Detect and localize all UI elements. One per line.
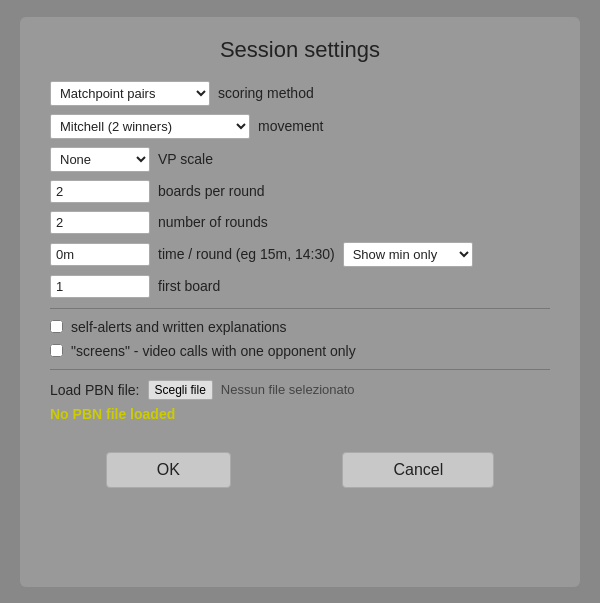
screens-row: "screens" - video calls with one opponen…	[50, 343, 550, 359]
no-pbn-message: No PBN file loaded	[50, 406, 550, 422]
movement-label: movement	[258, 118, 323, 134]
vp-scale-select[interactable]: None WBF 10 WBF 20	[50, 147, 150, 172]
first-board-input[interactable]	[50, 275, 150, 298]
ok-button[interactable]: OK	[106, 452, 231, 488]
boards-per-round-label: boards per round	[158, 183, 265, 199]
time-per-round-row: time / round (eg 15m, 14:30) Show min on…	[50, 242, 550, 267]
self-alerts-row: self-alerts and written explanations	[50, 319, 550, 335]
dialog-title: Session settings	[50, 37, 550, 63]
cancel-button[interactable]: Cancel	[342, 452, 494, 488]
divider-1	[50, 308, 550, 309]
boards-per-round-row: boards per round	[50, 180, 550, 203]
time-per-round-label: time / round (eg 15m, 14:30)	[158, 246, 335, 262]
load-pbn-row: Load PBN file: Scegli file Nessun file s…	[50, 380, 550, 400]
show-min-select[interactable]: Show min only Show all	[343, 242, 473, 267]
vp-scale-label: VP scale	[158, 151, 213, 167]
session-settings-dialog: Session settings Matchpoint pairs IMPs B…	[20, 17, 580, 587]
boards-per-round-input[interactable]	[50, 180, 150, 203]
self-alerts-checkbox[interactable]	[50, 320, 63, 333]
first-board-row: first board	[50, 275, 550, 298]
num-rounds-row: number of rounds	[50, 211, 550, 234]
screens-checkbox[interactable]	[50, 344, 63, 357]
button-row: OK Cancel	[50, 452, 550, 488]
movement-row: Mitchell (2 winners) Howell Teams moveme…	[50, 114, 550, 139]
first-board-label: first board	[158, 278, 220, 294]
no-file-selected-text: Nessun file selezionato	[221, 382, 355, 397]
self-alerts-label: self-alerts and written explanations	[71, 319, 287, 335]
num-rounds-label: number of rounds	[158, 214, 268, 230]
scoring-method-select[interactable]: Matchpoint pairs IMPs Butler	[50, 81, 210, 106]
time-per-round-input[interactable]	[50, 243, 150, 266]
divider-2	[50, 369, 550, 370]
scoring-method-row: Matchpoint pairs IMPs Butler scoring met…	[50, 81, 550, 106]
load-pbn-label: Load PBN file:	[50, 382, 140, 398]
scoring-method-label: scoring method	[218, 85, 314, 101]
vp-scale-row: None WBF 10 WBF 20 VP scale	[50, 147, 550, 172]
choose-file-button[interactable]: Scegli file	[148, 380, 213, 400]
num-rounds-input[interactable]	[50, 211, 150, 234]
movement-select[interactable]: Mitchell (2 winners) Howell Teams	[50, 114, 250, 139]
screens-label: "screens" - video calls with one opponen…	[71, 343, 356, 359]
